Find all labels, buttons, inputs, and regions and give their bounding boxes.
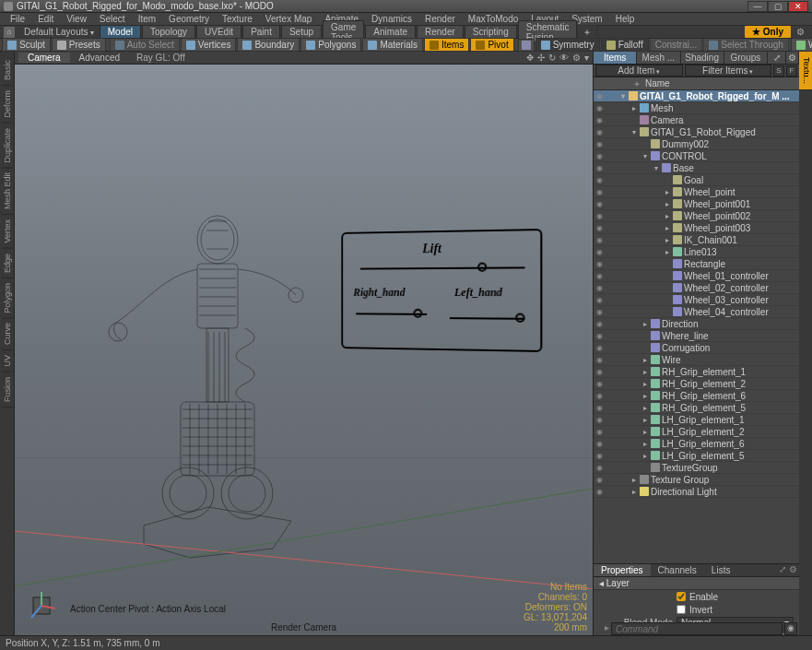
- filter-icon[interactable]: F: [786, 65, 797, 77]
- rp-tab-groups[interactable]: Groups: [724, 52, 768, 64]
- add-column-icon[interactable]: ＋: [632, 77, 645, 90]
- props-expand-icon[interactable]: ⤢: [779, 564, 786, 576]
- tree-item[interactable]: ◉▾GITAI_G1_Robot_Rigged_for_M ...: [594, 90, 799, 102]
- vp-move-icon[interactable]: ✥: [526, 53, 534, 63]
- visibility-icon[interactable]: ◉: [594, 140, 605, 148]
- tree-item[interactable]: ◉▸Wire: [594, 354, 799, 366]
- layout-gear-icon[interactable]: ⚙: [793, 27, 808, 37]
- tree-item[interactable]: ◉▾Base: [594, 162, 799, 174]
- righthand-knob[interactable]: [413, 309, 422, 318]
- layout-tab-setup[interactable]: Setup: [281, 25, 322, 39]
- rail-duplicate[interactable]: Duplicate: [2, 124, 13, 169]
- tree-item[interactable]: ◉▸Texture Group: [594, 474, 799, 486]
- visibility-icon[interactable]: ◉: [594, 104, 605, 112]
- visibility-icon[interactable]: ◉: [594, 344, 605, 352]
- symmetry-toggle[interactable]: Symmetry: [535, 38, 600, 52]
- vp-look-icon[interactable]: 👁: [559, 53, 569, 63]
- tree-item[interactable]: ◉▸RH_Grip_element_2: [594, 378, 799, 390]
- rail-fusion[interactable]: Fusion: [2, 372, 13, 408]
- tree-item[interactable]: ◉▸RH_Grip_element_5: [594, 402, 799, 414]
- visibility-icon[interactable]: ◉: [594, 212, 605, 220]
- rail-curve[interactable]: Curve: [2, 318, 13, 350]
- menu-file[interactable]: File: [4, 14, 31, 24]
- tree-item[interactable]: ◉TextureGroup: [594, 462, 799, 474]
- materials-mode[interactable]: Materials: [362, 38, 423, 52]
- tree-item[interactable]: ◉▸Directional Light: [594, 486, 799, 498]
- tree-item[interactable]: ◉▸IK_Chain001: [594, 234, 799, 246]
- tree-item[interactable]: ◉▸Direction: [594, 318, 799, 330]
- raygl-label[interactable]: Ray GL: Off: [136, 53, 185, 63]
- rp-tab-gear-icon[interactable]: ⚙: [786, 52, 799, 64]
- rp-tab-expand-icon[interactable]: ⤢: [768, 52, 786, 64]
- visibility-icon[interactable]: ◉: [594, 392, 605, 400]
- expand-arrow[interactable]: ▸: [630, 476, 638, 484]
- tree-item[interactable]: ◉Camera: [594, 114, 799, 126]
- rail-polygon[interactable]: Polygon: [2, 278, 13, 319]
- maximize-button[interactable]: ▢: [768, 1, 788, 12]
- selectthrough-toggle[interactable]: Select Through: [703, 38, 789, 52]
- menu-edit[interactable]: Edit: [31, 14, 60, 24]
- visibility-icon[interactable]: ◉: [594, 272, 605, 280]
- tree-item[interactable]: ◉▸LH_Grip_element_2: [594, 426, 799, 438]
- command-input[interactable]: [611, 622, 783, 635]
- expand-arrow[interactable]: ▸: [641, 428, 649, 436]
- expand-arrow[interactable]: ▾: [641, 152, 649, 160]
- axis-gizmo[interactable]: [26, 590, 59, 623]
- layout-tab-animate[interactable]: Animate: [365, 25, 416, 39]
- visibility-icon[interactable]: ◉: [594, 152, 605, 160]
- visibility-icon[interactable]: ◉: [594, 452, 605, 460]
- tree-item[interactable]: ◉Goal: [594, 174, 799, 186]
- expand-arrow[interactable]: ▸: [641, 452, 649, 460]
- rp-tab-items[interactable]: Items: [594, 52, 637, 64]
- tree-item[interactable]: ◉▸RH_Grip_element_1: [594, 366, 799, 378]
- visibility-icon[interactable]: ◉: [594, 176, 605, 184]
- layout-tab-render[interactable]: Render: [417, 25, 464, 39]
- tree-item[interactable]: ◉Dummy002: [594, 138, 799, 150]
- visibility-icon[interactable]: ◉: [594, 188, 605, 196]
- rail-deform[interactable]: Deform: [2, 86, 13, 124]
- expand-arrow[interactable]: ▸: [641, 416, 649, 424]
- visibility-icon[interactable]: ◉: [594, 260, 605, 268]
- expand-arrow[interactable]: ▾: [653, 164, 660, 172]
- tree-item[interactable]: ◉▸RH_Grip_element_6: [594, 390, 799, 402]
- expand-arrow[interactable]: ▸: [664, 212, 671, 220]
- visibility-icon[interactable]: ◉: [594, 116, 605, 124]
- invert-checkbox[interactable]: [677, 605, 686, 614]
- pose-controls-panel[interactable]: Lift Right_hand Left_hand: [341, 229, 542, 352]
- expand-arrow[interactable]: ▾: [630, 128, 638, 136]
- vp-orbit-icon[interactable]: ↻: [548, 53, 556, 63]
- tree-item[interactable]: ◉▸Wheel_point001: [594, 198, 799, 210]
- visibility-icon[interactable]: ◉: [594, 248, 605, 256]
- layouts-dropdown[interactable]: Default Layouts: [18, 27, 100, 37]
- visibility-icon[interactable]: ◉: [594, 320, 605, 328]
- viewport-tab-camera[interactable]: Camera: [18, 53, 70, 63]
- visibility-icon[interactable]: ◉: [594, 356, 605, 364]
- tree-item[interactable]: ◉Where_line: [594, 330, 799, 342]
- vertices-mode[interactable]: Vertices: [181, 38, 237, 52]
- tree-item[interactable]: ◉▸Wheel_point003: [594, 222, 799, 234]
- expand-arrow[interactable]: ▸: [630, 488, 638, 496]
- visibility-icon[interactable]: ◉: [594, 368, 605, 376]
- lift-slider[interactable]: [360, 266, 525, 269]
- lefthand-knob[interactable]: [515, 313, 524, 323]
- item-tree[interactable]: ◉▾GITAI_G1_Robot_Rigged_for_M ...◉▸Mesh◉…: [594, 90, 799, 563]
- right-rail-texture[interactable]: Textu...: [799, 52, 812, 90]
- layer-section-header[interactable]: ◂ Layer: [594, 577, 799, 590]
- constraint-toggle[interactable]: Constrai...: [650, 38, 703, 52]
- visibility-icon[interactable]: ◉: [594, 236, 605, 244]
- tree-item[interactable]: ◉Wheel_01_controller: [594, 270, 799, 282]
- visibility-icon[interactable]: ◉: [594, 92, 605, 100]
- tree-item[interactable]: ◉Corrugation: [594, 342, 799, 354]
- filter-items-dropdown[interactable]: Filter Items: [685, 65, 772, 77]
- visibility-icon[interactable]: ◉: [594, 416, 605, 424]
- expand-arrow[interactable]: ▸: [664, 224, 671, 232]
- tree-item[interactable]: ◉▾GITAI_G1_Robot_Rigged: [594, 126, 799, 138]
- props-tab-lists[interactable]: Lists: [704, 564, 738, 576]
- visibility-icon[interactable]: ◉: [594, 464, 605, 472]
- tree-item[interactable]: ◉▸LH_Grip_element_6: [594, 438, 799, 450]
- add-item-dropdown[interactable]: Add Item: [595, 65, 683, 77]
- visibility-icon[interactable]: ◉: [594, 128, 605, 136]
- visibility-icon[interactable]: ◉: [594, 476, 605, 484]
- rail-basic[interactable]: Basic: [2, 55, 13, 86]
- props-tab-channels[interactable]: Channels: [651, 564, 704, 576]
